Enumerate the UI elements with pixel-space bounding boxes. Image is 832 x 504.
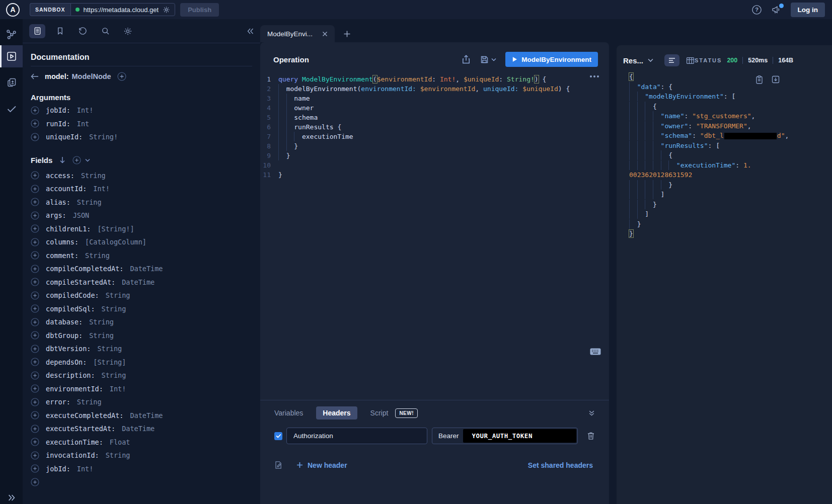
field-type[interactable]: Int! [77,465,94,473]
field-name[interactable]: childrenL1: [46,225,91,233]
field-name[interactable]: runId: [46,120,70,128]
code-line-content[interactable]: runResults { [278,122,341,132]
edit-raw-headers-icon[interactable] [274,461,283,469]
field-type[interactable]: String [106,451,130,459]
circle-plus-icon[interactable] [31,398,39,406]
field-name[interactable]: args: [46,211,66,219]
tab-variables[interactable]: Variables [274,409,303,417]
circle-plus-icon[interactable] [72,156,81,164]
endpoint-settings-gear-icon[interactable] [163,6,170,14]
field-type[interactable]: DateTime [130,265,163,273]
field-name[interactable]: executeCompletedAt: [46,411,123,419]
field-name[interactable]: executionTime: [46,438,103,446]
expand-rail-icon[interactable] [0,494,23,501]
header-enabled-checkbox[interactable] [274,432,282,440]
copy-response-icon[interactable] [755,75,763,84]
field-type[interactable]: String [102,371,126,379]
share-operation-icon[interactable] [462,55,470,64]
field-name[interactable]: uniqueId: [46,133,83,141]
set-shared-headers-link[interactable]: Set shared headers [528,461,593,469]
collapse-secondary-icon[interactable] [588,410,595,416]
field-type[interactable]: DateTime [130,411,163,419]
field-name[interactable]: database: [46,318,83,326]
tab-headers[interactable]: Headers [316,406,357,419]
search-icon[interactable] [97,24,113,38]
header-key-input[interactable] [286,428,427,444]
code-line-content[interactable]: executionTime [278,132,353,141]
circle-plus-icon[interactable] [31,451,39,460]
circle-plus-icon[interactable] [31,478,39,486]
circle-plus-icon[interactable] [31,185,39,193]
keyboard-shortcuts-icon[interactable] [590,348,601,357]
chevron-down-icon[interactable] [85,158,90,162]
code-line-content[interactable]: owner [278,103,314,113]
circle-plus-icon[interactable] [31,411,39,419]
close-tab-icon[interactable] [322,31,328,37]
header-value-prefix[interactable]: Bearer [438,432,459,440]
code-line-content[interactable]: name [278,94,310,103]
code-line-content[interactable]: } [278,151,290,160]
editor-overflow-menu-icon[interactable] [590,75,599,77]
code-line-content[interactable]: modelByEnvironment(environmentId: $envir… [278,84,570,94]
circle-plus-icon[interactable] [31,371,39,380]
table-view-icon[interactable] [686,57,695,64]
field-type[interactable]: String [89,318,114,326]
sort-fields-icon[interactable] [59,156,65,163]
checks-icon[interactable] [0,98,23,120]
field-type[interactable]: String [77,198,102,206]
circle-plus-icon[interactable] [31,464,39,473]
circle-plus-icon[interactable] [31,171,39,180]
field-type[interactable]: String [106,291,130,299]
field-name[interactable]: accountId: [46,185,87,193]
circle-plus-icon[interactable] [31,238,39,246]
documentation-tab-icon[interactable] [29,24,45,38]
code-line[interactable]: 4owner [260,103,609,113]
field-name[interactable]: access: [46,172,74,180]
field-type[interactable]: String [97,345,122,353]
settings-gear-icon[interactable] [120,24,136,38]
header-value-input[interactable]: Bearer YOUR_AUTH_TOKEN [432,428,578,444]
code-line-content[interactable]: query ModelByEnvironment($environmentId:… [278,74,546,84]
code-line[interactable]: 10 [260,160,609,170]
field-type[interactable]: String! [89,133,118,141]
circle-plus-icon[interactable] [31,119,39,128]
field-type[interactable]: Float [110,438,130,446]
field-type[interactable]: [String!] [97,225,134,233]
schema-graph-icon[interactable] [0,23,23,45]
auth-token-redacted[interactable]: YOUR_AUTH_TOKEN [463,429,576,443]
circle-plus-icon[interactable] [31,251,39,260]
circle-plus-icon[interactable] [117,72,126,81]
field-name[interactable]: compileCompletedAt: [46,265,123,273]
raw-view-icon[interactable] [664,54,679,66]
code-line-content[interactable]: } [278,141,298,151]
history-icon[interactable] [74,24,91,38]
code-line[interactable]: 1query ModelByEnvironment($environmentId… [260,74,609,84]
help-icon[interactable]: ? [751,5,762,15]
response-chevron-down-icon[interactable] [648,58,653,62]
field-name[interactable]: dependsOn: [46,358,87,366]
field-name[interactable]: alias: [46,198,70,206]
field-name[interactable]: executeStartedAt: [46,425,115,433]
code-line[interactable]: 7executionTime [260,132,609,141]
circle-plus-icon[interactable] [31,278,39,286]
field-type[interactable]: Int! [93,185,110,193]
field-name[interactable]: comment: [46,251,79,260]
circle-plus-icon[interactable] [31,425,39,433]
field-name[interactable]: environmentId: [46,385,103,393]
field-type[interactable]: JSON [73,211,90,219]
circle-plus-icon[interactable] [31,133,39,141]
field-type[interactable]: DateTime [122,278,155,286]
field-type[interactable]: Int! [110,385,126,393]
circle-plus-icon[interactable] [31,265,39,273]
code-line[interactable]: 6runResults { [260,122,609,132]
save-icon[interactable] [480,55,489,64]
circle-plus-icon[interactable] [31,291,39,300]
download-response-icon[interactable] [772,75,780,84]
code-line[interactable]: 9} [260,151,609,160]
field-type[interactable]: String [81,172,106,180]
publish-button[interactable]: Publish [180,3,219,17]
code-line[interactable]: 3name [260,94,609,103]
circle-plus-icon[interactable] [31,224,39,233]
circle-plus-icon[interactable] [31,358,39,366]
field-type[interactable]: String [89,331,114,340]
